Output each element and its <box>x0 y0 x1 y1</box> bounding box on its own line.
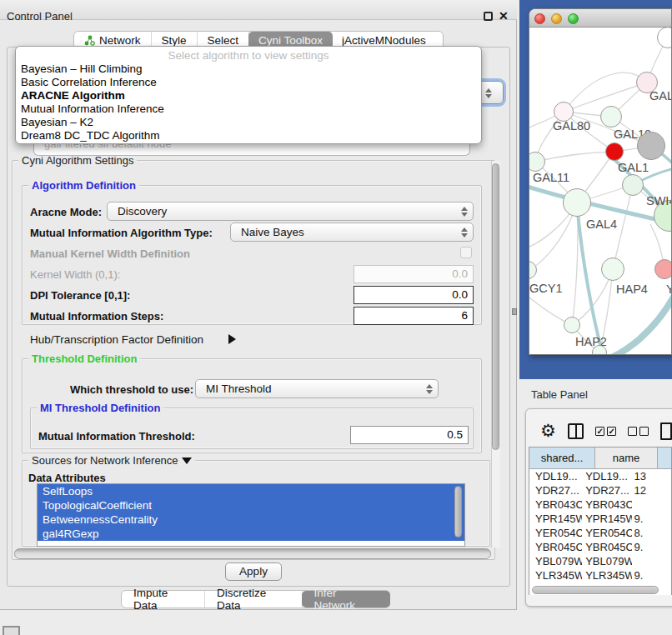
table-cell: YDL19... <box>582 469 631 483</box>
table-horizontal-scrollbar[interactable] <box>530 585 670 595</box>
algorithm-option[interactable]: Bayesian – Hill Climbing <box>16 62 481 76</box>
table-cell: 9. <box>632 568 671 582</box>
network-node-label: GAL1 <box>618 161 649 174</box>
table-function-icon[interactable] <box>660 422 672 440</box>
which-threshold-combo[interactable]: MI Threshold <box>195 379 439 398</box>
data-attribute-item[interactable]: TopologicalCoefficient <box>38 498 464 512</box>
hub-expand-arrow-icon[interactable] <box>228 334 236 344</box>
column-header-name[interactable]: name <box>595 448 658 469</box>
network-node[interactable] <box>622 174 644 196</box>
data-attribute-item[interactable]: gal4RGexp <box>38 527 464 541</box>
table-cell: YDR27... <box>582 483 631 498</box>
table-cell: YBR045C <box>529 540 582 554</box>
close-traffic-light-icon[interactable] <box>534 13 545 24</box>
settings-scrollbar-thumb[interactable] <box>492 163 499 450</box>
network-icon <box>84 35 95 46</box>
table-cell: 9. <box>632 540 671 554</box>
network-node[interactable] <box>637 132 665 160</box>
tab-network-label: Network <box>99 34 141 47</box>
algorithm-combo-partial[interactable]: galFiltered sif default node <box>33 143 470 156</box>
table-cell: YLR345W <box>529 568 582 582</box>
settings-horizontal-scrollbar[interactable] <box>14 548 491 559</box>
table-cell <box>632 498 671 512</box>
network-node[interactable] <box>564 317 580 333</box>
network-node-label: GAL <box>649 89 672 102</box>
algorithm-dropdown-popup: Select algorithm to view settings Bayesi… <box>15 46 482 144</box>
cyni-algorithm-settings-title: Cyni Algorithm Settings <box>18 154 137 167</box>
table-cell: 12 <box>632 483 671 498</box>
kernel-width-label: Kernel Width (0,1): <box>30 268 120 281</box>
table-scrollbar-thumb[interactable] <box>532 586 659 594</box>
columns-icon[interactable] <box>568 423 584 439</box>
minimize-traffic-light-icon[interactable] <box>551 13 562 24</box>
tab-infer-network[interactable]: Infer Network <box>302 591 390 608</box>
table-row[interactable]: YER054CYER054C8. <box>529 526 671 540</box>
gear-icon[interactable]: ⚙ <box>540 422 556 439</box>
sources-collapse-arrow-icon[interactable] <box>182 458 192 464</box>
splitpane-handle[interactable] <box>512 308 517 315</box>
table-cell: YER054C <box>582 526 631 540</box>
network-node-label: SWI4 <box>646 194 672 208</box>
table-panel-title: Table Panel <box>531 388 588 401</box>
which-threshold-label: Which threshold to use: <box>70 383 193 396</box>
network-window-titlebar[interactable] <box>529 9 671 28</box>
mi-threshold-label: Mutual Information Threshold: <box>38 430 195 442</box>
deselect-all-checkboxes-icon[interactable] <box>628 427 649 436</box>
network-canvas[interactable]: GALGAL80GAL10GAL1GAL11SWI4GAL4GCY1HAP4YH… <box>529 28 672 355</box>
combo-arrows-icon <box>421 384 438 394</box>
tab-cyni-toolbox-label: Cyni Toolbox <box>258 34 323 47</box>
dpi-tolerance-field[interactable]: 0.0 <box>354 286 474 304</box>
data-attribute-item[interactable]: SelfLoops <box>38 484 464 498</box>
table-header-row: shared... name A <box>529 448 672 469</box>
mi-threshold-group-title: MI Threshold Definition <box>37 402 163 414</box>
attribute-list-scrollbar[interactable] <box>454 486 462 538</box>
table-row[interactable]: YPR145WYPR145W9. <box>529 512 671 526</box>
algorithm-option[interactable]: Dream8 DC_TDC Algorithm <box>16 129 481 142</box>
table-cell: YBR045C <box>582 540 631 554</box>
kernel-width-field[interactable]: 0.0 <box>354 265 474 283</box>
network-node[interactable] <box>605 142 624 161</box>
table-row[interactable]: YLR345WYLR345W9. <box>529 568 671 582</box>
aracne-mode-value: Discovery <box>108 205 456 218</box>
network-node[interactable] <box>654 259 672 279</box>
zoom-traffic-light-icon[interactable] <box>568 13 579 24</box>
table-row[interactable]: YBL079WYBL079W <box>529 554 671 568</box>
control-panel-title: Control Panel <box>7 10 73 22</box>
column-header-clipped[interactable]: A <box>658 448 672 469</box>
close-icon[interactable]: ✕ <box>499 9 509 22</box>
aracne-mode-combo[interactable]: Discovery <box>107 202 474 221</box>
table-cell: YDR27... <box>529 483 582 498</box>
node-table: shared... name A YDL19...YDL19...13YDR27… <box>529 447 672 595</box>
table-row[interactable]: YBR045CYBR045C9. <box>529 540 671 554</box>
algorithm-option[interactable]: Basic Correlation Inference <box>16 76 481 89</box>
mi-algorithm-type-combo[interactable]: Naive Bayes <box>230 222 474 242</box>
tab-discretize-data[interactable]: Discretize Data <box>205 591 303 608</box>
combo-arrows-icon <box>456 228 473 238</box>
table-cell: 13 <box>632 469 671 483</box>
table-row[interactable]: YDL19...YDL19...13 <box>529 469 671 483</box>
network-node[interactable] <box>563 188 591 217</box>
algorithm-option[interactable]: Mutual Information Inference <box>16 102 481 116</box>
table-row[interactable]: YBR043CYBR043C <box>529 498 671 512</box>
mi-algorithm-type-value: Naive Bayes <box>231 226 456 238</box>
column-header-shared-name[interactable]: shared... <box>529 448 595 469</box>
mi-threshold-field[interactable]: 0.5 <box>350 426 469 444</box>
network-node[interactable] <box>600 106 622 128</box>
dropdown-placeholder: Select algorithm to view settings <box>16 49 481 62</box>
network-node[interactable] <box>592 345 607 355</box>
manual-kernel-width-label: Manual Kernel Width Definition <box>30 248 190 260</box>
select-all-checkboxes-icon[interactable]: ✓✓ <box>595 427 616 436</box>
algorithm-option[interactable]: ARACNE Algorithm <box>16 89 481 102</box>
data-attribute-item[interactable]: BetweennessCentrality <box>38 512 464 527</box>
collapsed-panel-icon[interactable] <box>3 626 20 635</box>
table-row[interactable]: YDR27...YDR27...12 <box>529 483 671 498</box>
apply-button[interactable]: Apply <box>225 562 282 581</box>
table-cell: YPR145W <box>529 512 582 526</box>
network-node[interactable] <box>601 258 624 281</box>
tab-impute-data[interactable]: Impute Data <box>122 591 205 608</box>
table-cell: YER054C <box>529 526 582 540</box>
manual-kernel-width-checkbox[interactable] <box>460 247 472 258</box>
algorithm-option[interactable]: Bayesian – K2 <box>16 116 481 129</box>
mi-steps-field[interactable]: 6 <box>354 307 474 325</box>
float-window-icon[interactable] <box>484 12 493 21</box>
